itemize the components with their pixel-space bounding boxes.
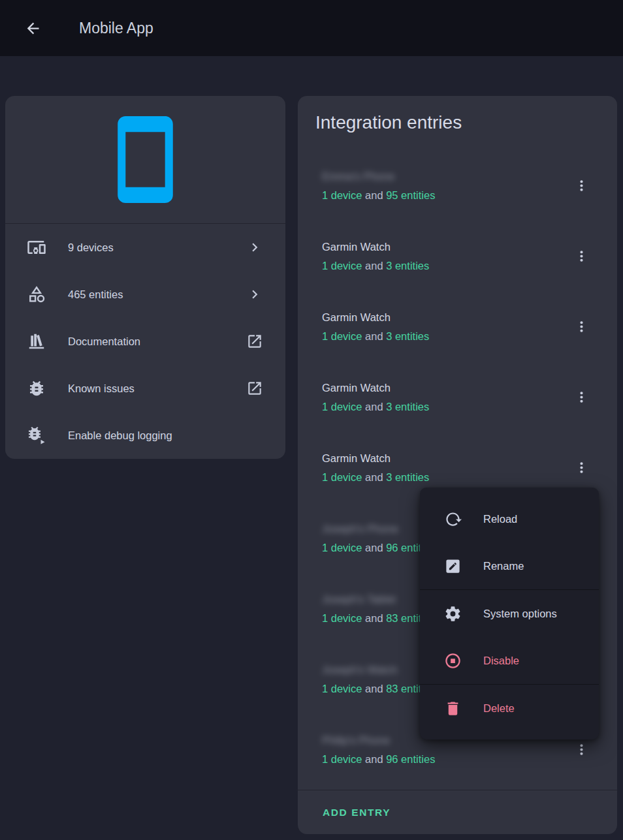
devices-link[interactable]: 1 device <box>322 683 362 694</box>
dots-vertical-icon <box>573 248 590 264</box>
menu-item-disable[interactable]: Disable <box>420 637 599 684</box>
dots-vertical-icon <box>573 741 590 758</box>
menu-item-label: Delete <box>483 702 515 715</box>
arrow-left-icon <box>24 20 42 37</box>
entry-summary: 1 device and 3 entities <box>322 470 567 484</box>
devices-link[interactable]: 1 device <box>322 542 362 553</box>
entry-name: Garmin Watch <box>322 240 567 254</box>
conjunction-text: and <box>365 401 383 412</box>
entities-link[interactable]: 3 entities <box>386 471 429 483</box>
devices-link[interactable]: 1 device <box>322 471 362 483</box>
conjunction-text: and <box>365 330 383 342</box>
info-row-entities[interactable]: 465 entities <box>5 271 285 318</box>
dots-vertical-icon <box>573 319 590 335</box>
entries-card-footer: ADD ENTRY <box>298 790 617 834</box>
devices-link[interactable]: 1 device <box>322 612 362 624</box>
entry-summary: 1 device and 3 entities <box>322 329 567 343</box>
conjunction-text: and <box>365 612 383 624</box>
entry-menu-button[interactable] <box>567 453 596 482</box>
entry-summary: 1 device and 3 entities <box>322 258 567 273</box>
entry-summary: 1 device and 96 entities <box>322 752 567 766</box>
entities-link[interactable]: 95 entities <box>386 189 435 201</box>
entities-count-label: 465 entities <box>68 288 246 301</box>
back-button[interactable] <box>24 19 42 37</box>
info-row-devices[interactable]: 9 devices <box>5 224 285 271</box>
entities-link[interactable]: 96 entities <box>386 753 435 765</box>
menu-item-label: Disable <box>483 655 519 667</box>
entry-row: Garmin Watch 1 device and 3 entities <box>298 291 617 362</box>
devices-link[interactable]: 1 device <box>322 401 362 412</box>
bookshelf-icon <box>27 332 46 351</box>
chevron-right-icon <box>246 286 263 303</box>
conjunction-text: and <box>365 260 383 272</box>
conjunction-text: and <box>365 189 383 201</box>
conjunction-text: and <box>365 471 383 483</box>
devices-link[interactable]: 1 device <box>322 260 362 272</box>
entries-card-title: Integration entries <box>298 96 617 134</box>
menu-item-delete[interactable]: Delete <box>420 685 599 732</box>
devices-icon <box>27 238 46 257</box>
cog-icon <box>444 605 462 623</box>
entry-name: Garmin Watch <box>322 310 567 324</box>
entry-menu-button[interactable] <box>567 171 596 200</box>
entry-summary: 1 device and 95 entities <box>322 188 567 202</box>
info-row-known-issues[interactable]: Known issues <box>5 365 285 412</box>
entry-menu-button[interactable] <box>567 312 596 341</box>
devices-link[interactable]: 1 device <box>322 753 362 765</box>
menu-item-rename[interactable]: Rename <box>420 542 599 589</box>
entry-context-menu: Reload Rename System options Disable Del… <box>420 488 599 739</box>
open-in-new-icon <box>246 380 263 397</box>
devices-count-label: 9 devices <box>68 241 246 254</box>
menu-item-system-options[interactable]: System options <box>420 590 599 637</box>
devices-link[interactable]: 1 device <box>322 189 362 201</box>
entry-name: Garmin Watch <box>322 451 567 465</box>
app-bar: Mobile App <box>0 0 623 56</box>
integration-info-card: 9 devices 465 entities Documentation Kno… <box>5 96 285 459</box>
dots-vertical-icon <box>573 178 590 194</box>
dots-vertical-icon <box>573 459 590 476</box>
entry-menu-button[interactable] <box>567 382 596 411</box>
menu-item-label: Rename <box>483 560 524 572</box>
known-issues-label: Known issues <box>68 382 246 395</box>
entry-summary: 1 device and 3 entities <box>322 399 567 414</box>
cellphone-icon <box>98 112 193 207</box>
conjunction-text: and <box>365 542 383 553</box>
documentation-label: Documentation <box>68 335 246 348</box>
entry-row: Garmin Watch 1 device and 3 entities <box>298 362 617 432</box>
integration-logo <box>5 96 285 224</box>
entry-row: Emma's Phone 1 device and 95 entities <box>298 150 617 221</box>
entry-row: Garmin Watch 1 device and 3 entities <box>298 221 617 291</box>
page-title: Mobile App <box>79 20 153 37</box>
entities-link[interactable]: 3 entities <box>386 260 429 272</box>
chevron-right-icon <box>246 239 263 256</box>
devices-link[interactable]: 1 device <box>322 330 362 342</box>
bug-icon <box>27 379 46 398</box>
entities-link[interactable]: 3 entities <box>386 330 429 342</box>
entry-name: Garmin Watch <box>322 381 567 395</box>
debug-logging-label: Enable debug logging <box>68 429 263 442</box>
conjunction-text: and <box>365 683 383 694</box>
reload-icon <box>444 510 462 528</box>
delete-icon <box>444 700 462 717</box>
add-entry-button[interactable]: ADD ENTRY <box>323 807 391 818</box>
entry-name-redacted: Emma's Phone <box>322 169 567 183</box>
shapes-icon <box>27 285 46 304</box>
info-row-documentation[interactable]: Documentation <box>5 318 285 365</box>
menu-item-label: System options <box>483 608 557 620</box>
stop-circle-icon <box>444 652 462 670</box>
entry-menu-button[interactable] <box>567 241 596 270</box>
menu-item-reload[interactable]: Reload <box>420 495 599 542</box>
entities-link[interactable]: 3 entities <box>386 401 429 412</box>
bug-play-icon <box>27 426 46 445</box>
open-in-new-icon <box>246 333 263 350</box>
dots-vertical-icon <box>573 389 590 405</box>
menu-item-label: Reload <box>483 513 517 525</box>
info-row-debug-logging[interactable]: Enable debug logging <box>5 412 285 459</box>
conjunction-text: and <box>365 753 383 765</box>
pencil-box-icon <box>444 557 462 575</box>
